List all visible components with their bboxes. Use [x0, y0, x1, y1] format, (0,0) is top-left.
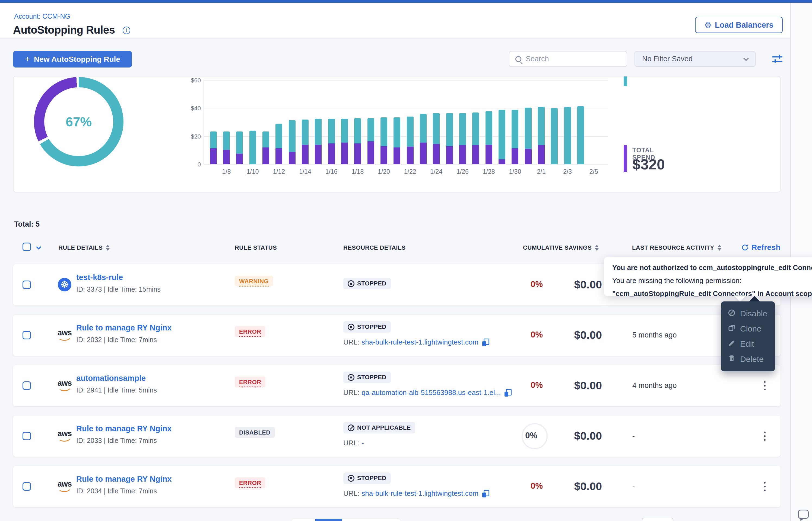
stacked-bar-1/11[interactable] [262, 80, 269, 164]
rule-name-link[interactable]: test-k8s-rule [76, 273, 123, 282]
menu-item-disable[interactable]: Disable [721, 307, 775, 320]
column-cumulative-savings[interactable]: CUMULATIVE SAVINGS [523, 244, 599, 251]
savings-amount: $0.00 [545, 329, 602, 342]
resource-state-badge: NOT APPLICABLE [343, 422, 415, 433]
stacked-bar-1/20[interactable] [381, 80, 387, 164]
stacked-bar-1/28[interactable] [486, 80, 492, 164]
stacked-bar-1/8[interactable] [223, 80, 230, 164]
stacked-bar-2/3[interactable] [564, 80, 571, 164]
refresh-icon [741, 244, 749, 251]
y-axis-tick: $60 [176, 77, 201, 84]
stacked-bar-1/17[interactable] [341, 80, 348, 164]
page-size-select[interactable] [642, 518, 673, 521]
stacked-bar-1/18[interactable] [354, 80, 361, 164]
new-autostopping-rule-button[interactable]: + New AutoStopping Rule [13, 51, 132, 68]
copy-icon[interactable] [482, 490, 489, 497]
top-accent-bar [0, 0, 812, 3]
stacked-bar-1/27[interactable] [472, 80, 479, 164]
search-input[interactable] [526, 55, 615, 63]
stacked-bar-2/4[interactable] [577, 80, 584, 164]
stacked-bar-1/7[interactable] [210, 80, 217, 164]
table-row[interactable]: aws Rule to manage RY Nginx ID: 2033 | I… [13, 415, 781, 457]
resource-state-badge: STOPPED [343, 473, 391, 484]
stacked-bar-1/23[interactable] [420, 80, 427, 164]
resource-url-link[interactable]: qa-automation-alb-515563988.us-east-1.el… [362, 388, 501, 397]
row-actions-kebab[interactable] [760, 478, 770, 495]
row-checkbox[interactable] [23, 482, 31, 491]
savings-accent-bar [624, 76, 627, 86]
table-row[interactable]: aws Rule to manage RY Nginx ID: 2034 | I… [13, 466, 781, 507]
x-axis-tick: 1/26 [452, 168, 474, 175]
stacked-bar-2/2[interactable] [551, 80, 558, 164]
menu-item-delete[interactable]: Delete [721, 353, 775, 366]
stacked-bar-1/31[interactable] [525, 80, 532, 164]
saved-filter-dropdown[interactable]: No Filter Saved [635, 51, 755, 67]
chevron-down-icon [743, 55, 749, 61]
stacked-bar-1/25[interactable] [446, 80, 453, 164]
row-checkbox[interactable] [23, 280, 31, 289]
row-checkbox[interactable] [23, 381, 31, 390]
gear-icon: ⚙ [704, 20, 711, 30]
resource-details-cell: STOPPED URL: sha-bulk-rule-test-1.lightw… [343, 473, 391, 484]
refresh-button[interactable]: Refresh [741, 243, 781, 252]
stacked-bar-1/9[interactable] [236, 80, 243, 164]
savings-percent: 0% [510, 380, 543, 390]
load-balancers-button[interactable]: ⚙ Load Balancers [695, 17, 783, 33]
sort-icon[interactable] [595, 245, 599, 251]
menu-item-clone[interactable]: Clone [721, 322, 775, 336]
column-rule-details[interactable]: RULE DETAILS [58, 244, 110, 251]
stacked-bar-1/30[interactable] [512, 80, 518, 164]
stacked-bar-1/21[interactable] [393, 80, 400, 164]
rule-name-link[interactable]: Rule to manage RY Nginx [76, 323, 172, 332]
pagination-bar[interactable] [291, 519, 401, 521]
stacked-bar-1/22[interactable] [407, 80, 413, 164]
stacked-bar-1/13[interactable] [289, 80, 296, 164]
stacked-bar-2/1[interactable] [538, 80, 545, 164]
x-axis-tick: 1/14 [295, 168, 316, 175]
rule-status-badge: WARNING [235, 276, 273, 287]
select-menu-chevron-icon[interactable] [36, 245, 41, 249]
pagination-current-page[interactable] [315, 519, 342, 521]
column-last-resource-activity[interactable]: LAST RESOURCE ACTIVITY [632, 244, 721, 251]
x-axis-tick: 1/22 [399, 168, 421, 175]
stacked-bar-1/19[interactable] [367, 80, 374, 164]
menu-item-edit[interactable]: Edit [721, 337, 775, 351]
table-row[interactable]: aws Rule to manage RY Nginx ID: 2032 | I… [13, 315, 781, 356]
tooltip-tail [734, 295, 746, 302]
x-axis-tick: 2/1 [531, 168, 552, 175]
stacked-bar-1/29[interactable] [498, 80, 505, 164]
cloud-provider-icon: aws [57, 379, 72, 393]
stacked-bar-1/12[interactable] [275, 80, 282, 164]
table-row[interactable]: aws automationsample ID: 2941 | Idle Tim… [13, 365, 781, 406]
stopped-icon [348, 280, 355, 287]
chat-support-icon[interactable] [798, 509, 809, 519]
stacked-bar-1/16[interactable] [328, 80, 335, 164]
row-checkbox[interactable] [23, 331, 31, 339]
resource-url-link[interactable]: sha-bulk-rule-test-1.lightwingtest.com [362, 338, 478, 346]
filter-sliders-icon[interactable] [772, 54, 783, 64]
resource-url: URL: qa-automation-alb-515563988.us-east… [343, 388, 512, 397]
sort-icon[interactable] [106, 245, 110, 251]
stacked-bar-1/14[interactable] [302, 80, 308, 164]
stacked-bar-1/26[interactable] [459, 80, 466, 164]
rule-name-link[interactable]: Rule to manage RY Nginx [76, 424, 172, 433]
rule-name-link[interactable]: Rule to manage RY Nginx [76, 475, 172, 483]
sort-icon[interactable] [718, 245, 721, 251]
info-icon[interactable]: i [123, 27, 130, 34]
resource-details-cell: STOPPED URL: qa-automation-alb-515563988… [343, 372, 391, 383]
row-actions-kebab[interactable] [760, 428, 770, 444]
stacked-bar-1/24[interactable] [433, 80, 440, 164]
row-checkbox[interactable] [23, 432, 31, 440]
resource-details-cell: STOPPED [343, 278, 391, 289]
resource-url-link[interactable]: sha-bulk-rule-test-1.lightwingtest.com [362, 489, 478, 498]
stacked-bar-1/10[interactable] [250, 80, 256, 164]
resource-details-cell: NOT APPLICABLE URL: - [343, 422, 415, 433]
resource-url-link[interactable]: - [362, 439, 364, 447]
account-breadcrumb[interactable]: Account: CCM-NG [14, 13, 70, 20]
select-all-checkbox[interactable] [23, 243, 31, 251]
rule-name-link[interactable]: automationsample [76, 374, 146, 383]
cloud-provider-icon: aws [57, 479, 72, 494]
row-actions-kebab[interactable] [760, 378, 770, 394]
stacked-bar-1/15[interactable] [315, 80, 322, 164]
copy-icon[interactable] [482, 339, 489, 346]
